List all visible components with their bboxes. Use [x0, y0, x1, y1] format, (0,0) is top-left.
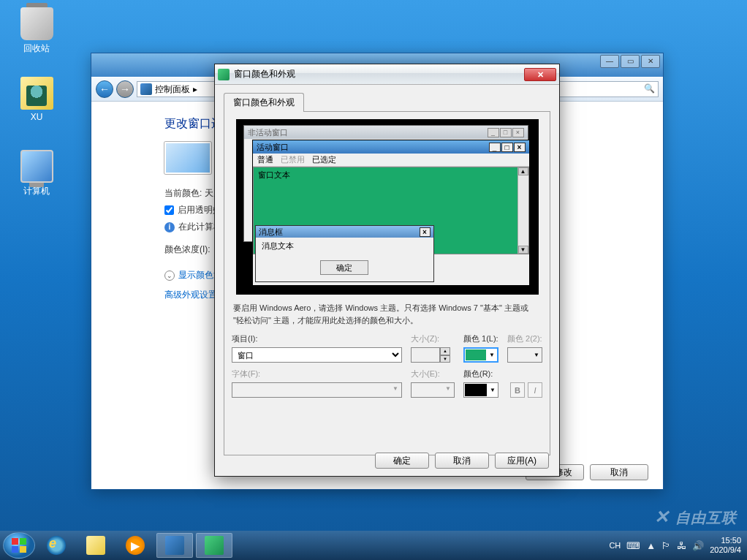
hint-text: 要启用 Windows Aero，请选择 Windows 主题。只有选择 Win… — [233, 302, 541, 326]
nav-forward-button[interactable]: → — [116, 80, 134, 98]
nav-back-button[interactable]: ← — [96, 80, 113, 98]
dropdown-icon: ▼ — [488, 352, 496, 358]
personalization-icon — [205, 536, 224, 555]
clock[interactable]: 15:50 2020/9/4 — [710, 536, 741, 555]
tab-content: 非活动窗口 _□× 活动窗口 _□× 普通 已禁用 已选定 窗口 — [224, 112, 550, 455]
controls-row-1: 项目(I): 窗口 大小(Z): ▲▼ 颜色 1(L): — [232, 333, 542, 363]
preview-inactive-titlebar: 非活动窗口 _□× — [244, 126, 528, 139]
maximize-button[interactable]: ▭ — [621, 55, 640, 68]
minimize-button[interactable]: — — [600, 55, 619, 68]
preview-menu-selected[interactable]: 已选定 — [312, 154, 336, 165]
theme-swatch[interactable] — [164, 142, 211, 174]
font-label: 字体(F): — [232, 368, 402, 379]
dialog-titlebar[interactable]: 窗口颜色和外观 ✕ — [215, 64, 559, 85]
color1-picker[interactable]: ▼ — [463, 347, 498, 363]
preview-active-titlebar: 活动窗口 _□× — [253, 140, 529, 154]
size-z-spinner[interactable]: ▲▼ — [411, 347, 455, 363]
size-z-label: 大小(Z): — [411, 333, 455, 344]
desktop-icon-label: XU — [11, 112, 62, 122]
size-z-input — [411, 347, 440, 363]
breadcrumb-text: 控制面板 — [155, 83, 190, 96]
tray-chevron-icon[interactable]: ▲ — [646, 540, 656, 551]
bold-button[interactable]: B — [510, 382, 525, 398]
color2-label: 颜色 2(2): — [507, 333, 542, 344]
close-button[interactable]: ✕ — [641, 55, 660, 68]
size-e-label: 大小(E): — [411, 368, 455, 379]
preview-scrollbar[interactable] — [517, 167, 528, 254]
preview-msgbox-titlebar: 消息框 × — [256, 226, 433, 238]
tab-strip: 窗口颜色和外观 — [224, 92, 550, 112]
preview-menu-disabled: 已禁用 — [281, 154, 305, 165]
cancel-button[interactable]: 取消 — [435, 453, 489, 469]
apply-button[interactable]: 应用(A) — [495, 453, 549, 469]
control-panel-icon — [165, 536, 184, 555]
clock-date: 2020/9/4 — [710, 545, 741, 555]
folder-icon — [86, 536, 105, 555]
chevron-down-icon: ⌄ — [164, 270, 175, 281]
size-e-select: ▼ — [411, 382, 455, 398]
color-r-label: 颜色(R): — [463, 368, 498, 379]
dialog-body: 窗口颜色和外观 非活动窗口 _□× 活动窗口 _□× 普通 — [215, 85, 559, 464]
dialog-icon — [218, 69, 230, 80]
control-panel-icon — [140, 83, 152, 95]
item-label: 项目(I): — [232, 333, 402, 344]
preview-msgbox-ok[interactable]: 确定 — [320, 260, 368, 275]
taskbar-item-media[interactable]: ▶ — [117, 533, 153, 558]
folder-icon — [20, 77, 53, 110]
preview-menu-normal[interactable]: 普通 — [257, 154, 273, 165]
preview-area: 非活动窗口 _□× 活动窗口 _□× 普通 已禁用 已选定 窗口 — [236, 119, 539, 295]
color1-label: 颜色 1(L): — [463, 333, 498, 344]
taskbar-item-ie[interactable]: e — [38, 533, 75, 558]
recycle-bin-icon — [20, 7, 53, 40]
preview-window-text: 窗口文本 — [258, 170, 290, 181]
action-center-icon[interactable]: 🏳 — [661, 540, 671, 551]
cancel-button[interactable]: 取消 — [590, 464, 648, 480]
preview-msgbox-text: 消息文本 — [256, 238, 433, 254]
preview-menu: 普通 已禁用 已选定 — [253, 154, 529, 167]
dialog-title: 窗口颜色和外观 — [234, 68, 295, 80]
italic-button[interactable]: I — [528, 382, 542, 398]
watermark: 自由互联 — [654, 507, 737, 528]
clock-time: 15:50 — [710, 536, 741, 545]
close-icon: × — [420, 227, 431, 237]
item-select[interactable]: 窗口 — [232, 347, 402, 363]
enable-transparency-checkbox[interactable] — [164, 205, 174, 215]
info-icon: i — [164, 222, 175, 232]
chevron-right-icon: ▸ — [193, 84, 197, 94]
desktop-icon-recycle-bin[interactable]: 回收站 — [11, 7, 62, 55]
taskbar-item-explorer[interactable] — [77, 533, 114, 558]
tab-window-color[interactable]: 窗口颜色和外观 — [224, 93, 304, 112]
keyboard-icon[interactable]: ⌨ — [626, 540, 640, 551]
taskbar-item-personalization[interactable] — [196, 533, 232, 558]
color1-swatch — [466, 349, 486, 360]
desktop-icon-label: 回收站 — [11, 42, 62, 55]
desktop-icon-computer[interactable]: 计算机 — [11, 150, 62, 197]
dropdown-icon: ▼ — [488, 387, 497, 393]
dialog-buttons: 确定 取消 应用(A) — [375, 453, 549, 469]
system-tray: CH ⌨ ▲ 🏳 🖧 🔊 15:50 2020/9/4 — [609, 536, 744, 555]
font-color-swatch — [465, 384, 487, 396]
font-select: ▼ — [232, 382, 402, 398]
language-indicator[interactable]: CH — [609, 541, 621, 550]
computer-icon — [20, 150, 53, 183]
color2-picker: ▼ — [507, 347, 542, 363]
volume-icon[interactable]: 🔊 — [692, 540, 704, 551]
preview-message-box[interactable]: 消息框 × 消息文本 确定 — [255, 225, 434, 282]
start-button[interactable] — [3, 532, 35, 559]
network-icon[interactable]: 🖧 — [677, 540, 686, 551]
controls-row-2: 字体(F): ▼ 大小(E): ▼ 颜色(R): ▼ B — [232, 368, 542, 398]
font-color-picker[interactable]: ▼ — [463, 382, 498, 398]
window-color-dialog: 窗口颜色和外观 ✕ 窗口颜色和外观 非活动窗口 _□× 活动窗口 _□× — [214, 64, 560, 477]
desktop-icon-folder-xu[interactable]: XU — [11, 77, 62, 122]
dropdown-icon: ▼ — [532, 352, 541, 358]
taskbar-item-control-panel[interactable] — [156, 533, 193, 558]
ok-button[interactable]: 确定 — [375, 453, 429, 469]
taskbar: e ▶ CH ⌨ ▲ 🏳 🖧 🔊 15:50 2020/9/4 — [0, 531, 747, 560]
close-button[interactable]: ✕ — [524, 68, 556, 81]
